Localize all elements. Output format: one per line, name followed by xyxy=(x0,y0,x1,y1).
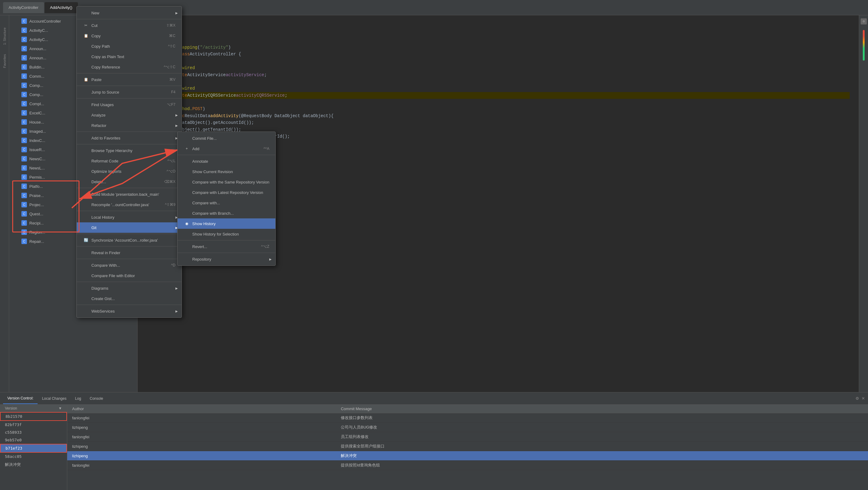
file-icon: C xyxy=(21,18,27,24)
scroll-indicator xyxy=(863,30,865,61)
tab-version-control[interactable]: Version Control: xyxy=(3,393,38,404)
version-item-8b21570[interactable]: 8b21570 xyxy=(0,412,67,421)
menu-item-jump-to-source[interactable]: Jump to Source F4 xyxy=(77,87,182,97)
menu-separator xyxy=(77,86,182,86)
git-menu-item-show-history-selection[interactable]: Show History for Selection xyxy=(178,229,275,239)
git-menu-item-compare-branch[interactable]: Compare with Branch... xyxy=(178,208,275,219)
menu-separator xyxy=(178,240,275,240)
menu-item-compare-editor[interactable]: Compare File with Editor xyxy=(77,270,182,281)
bottom-content: Version ▼ 8b21570 82bf73f c558933 9eb57e… xyxy=(0,405,868,490)
git-menu-item-add[interactable]: + Add ^^A xyxy=(178,143,275,154)
menu-item-reformat[interactable]: Reformat Code ^⌥L xyxy=(77,156,182,166)
version-table-container: Author Commit Message fanlongfei 修改接口参数列… xyxy=(67,405,868,490)
git-menu-item-compare-latest[interactable]: Compare with Latest Repository Version xyxy=(178,187,275,198)
tab-activity-controller[interactable]: ActivityController xyxy=(3,2,44,13)
settings-icon[interactable]: ⚙ xyxy=(856,396,859,401)
table-row[interactable]: fanlongfei 修改接口参数列表 xyxy=(67,413,868,423)
menu-item-recompile[interactable]: Recompile '...ountController.java' ^⇧⌘9 xyxy=(77,199,182,210)
code-line: 26 @Autowired xyxy=(147,85,850,92)
version-table: Author Commit Message fanlongfei 修改接口参数列… xyxy=(67,405,868,470)
table-row[interactable]: lizhipeng 提供搜索全部用户组接口 xyxy=(67,442,868,451)
structure-label[interactable]: 1: Structure xyxy=(3,28,6,45)
code-line: 31 dataObject().getAccountId()); xyxy=(147,119,850,126)
menu-item-local-history[interactable]: Local History xyxy=(77,212,182,222)
code-line-highlighted: 27 private ActivityCQRSService activityC… xyxy=(147,92,850,99)
file-icon: C xyxy=(21,193,27,198)
git-menu-item-compare-with[interactable]: Compare with... xyxy=(178,198,275,208)
git-menu-item-show-current[interactable]: Show Current Revision xyxy=(178,166,275,177)
tab-local-changes[interactable]: Local Changes xyxy=(38,393,71,404)
menu-item-refactor[interactable]: Refactor xyxy=(77,120,182,131)
menu-item-webservices[interactable]: WebServices xyxy=(77,306,182,316)
git-menu-item-repository[interactable]: Repository xyxy=(178,254,275,264)
git-menu-item-show-history[interactable]: ◉ Show History xyxy=(178,219,275,229)
col-author: Author xyxy=(67,405,336,413)
file-icon: C xyxy=(21,147,27,152)
file-icon: C xyxy=(21,74,27,79)
version-item-58acc05[interactable]: 58acc05 xyxy=(0,453,67,460)
code-line: 21 public class ActivityController { xyxy=(147,51,850,58)
menu-item-reveal-finder[interactable]: Reveal in Finder xyxy=(77,248,182,258)
menu-item-create-gist[interactable]: Create Gist... xyxy=(77,293,182,304)
menu-separator xyxy=(77,73,182,74)
menu-item-new[interactable]: New xyxy=(77,8,182,18)
file-icon: C xyxy=(21,46,27,51)
version-header: Version ▼ xyxy=(0,405,67,412)
menu-item-copy[interactable]: 📋 Copy ⌘C xyxy=(77,31,182,41)
gutter-icon-1: ⚙ xyxy=(861,18,867,25)
menu-item-copy-reference[interactable]: Copy Reference ^⌥⇧C xyxy=(77,62,182,72)
menu-item-add-favorites[interactable]: Add to Favorites xyxy=(77,133,182,143)
menu-separator xyxy=(77,246,182,247)
menu-item-synchronize[interactable]: 🔄 Synchronize 'AccountCon...roller.java' xyxy=(77,235,182,245)
menu-item-copy-plain-text[interactable]: Copy as Plain Text xyxy=(77,51,182,62)
code-line: 29 // Method. POST ) xyxy=(147,106,850,112)
version-item-c558933[interactable]: c558933 xyxy=(0,429,67,436)
menu-item-build-module[interactable]: Build Module 'presentation.back_main' xyxy=(77,189,182,199)
menu-item-diagrams[interactable]: Diagrams xyxy=(77,283,182,293)
code-line: 19 xyxy=(147,37,850,44)
code-line: 23 @Autowired xyxy=(147,64,850,71)
version-item-conflict[interactable]: 解决冲突 xyxy=(0,460,67,469)
tab-add-activity[interactable]: AddActivity() xyxy=(44,2,78,13)
show-history-icon: ◉ xyxy=(184,222,190,226)
close-icon[interactable]: ✕ xyxy=(862,396,865,401)
menu-item-copy-path[interactable]: Copy Path ^⇧C xyxy=(77,41,182,51)
table-row[interactable]: lizhipeng 公司与人员BUG修改 xyxy=(67,423,868,432)
menu-item-browse-hierarchy[interactable]: Browse Type Hierarchy ^H xyxy=(77,145,182,156)
version-item-9eb57e0[interactable]: 9eb57e0 xyxy=(0,436,67,444)
menu-item-compare-with[interactable]: Compare With... ^D xyxy=(77,260,182,270)
menu-separator xyxy=(77,211,182,211)
menu-separator xyxy=(77,234,182,234)
git-menu-item-annotate[interactable]: Annotate xyxy=(178,156,275,166)
menu-separator xyxy=(77,305,182,305)
right-gutter: ⚙ xyxy=(859,15,868,392)
git-menu-item-revert[interactable]: Revert... ^⌥Z xyxy=(178,241,275,252)
menu-separator xyxy=(77,188,182,188)
sync-icon: 🔄 xyxy=(83,238,89,242)
favorites-label[interactable]: Favorites xyxy=(3,54,6,68)
table-row-selected[interactable]: lizhipeng 解决冲突 xyxy=(67,451,868,461)
git-submenu: Commit File... + Add ^^A Annotate Show C… xyxy=(177,132,276,266)
menu-separator xyxy=(77,259,182,259)
menu-item-git[interactable]: Git xyxy=(77,222,182,233)
table-row[interactable]: fanlongfei 提供按照Id查询角色组 xyxy=(67,461,868,470)
menu-item-delete[interactable]: Delete... ⌫⌘X xyxy=(77,176,182,187)
tab-console[interactable]: Console xyxy=(85,393,107,404)
code-line: 22 xyxy=(147,58,850,64)
version-item-b71ef23[interactable]: b71ef23 xyxy=(0,444,67,453)
tab-log[interactable]: Log xyxy=(71,393,85,404)
git-menu-item-compare-same[interactable]: Compare with the Same Repository Version xyxy=(178,177,275,187)
menu-item-analyze[interactable]: Analyze xyxy=(77,110,182,120)
menu-item-find-usages[interactable]: Find Usages ⌥F7 xyxy=(77,99,182,110)
file-icon: C xyxy=(21,28,27,33)
file-icon: C xyxy=(21,119,27,125)
version-item-82bf73f[interactable]: 82bf73f xyxy=(0,421,67,429)
menu-separator xyxy=(77,282,182,282)
menu-item-paste[interactable]: 📋 Paste ⌘V xyxy=(77,74,182,85)
git-menu-item-commit-file[interactable]: Commit File... xyxy=(178,133,275,143)
add-icon: + xyxy=(184,146,190,151)
table-row[interactable]: fanlongfei 员工组列表修改 xyxy=(67,432,868,442)
menu-item-cut[interactable]: ✂ Cut ⇧⌘X xyxy=(77,20,182,31)
menu-item-optimize-imports[interactable]: Optimize Imports ^⌥O xyxy=(77,166,182,176)
menu-separator xyxy=(77,98,182,98)
